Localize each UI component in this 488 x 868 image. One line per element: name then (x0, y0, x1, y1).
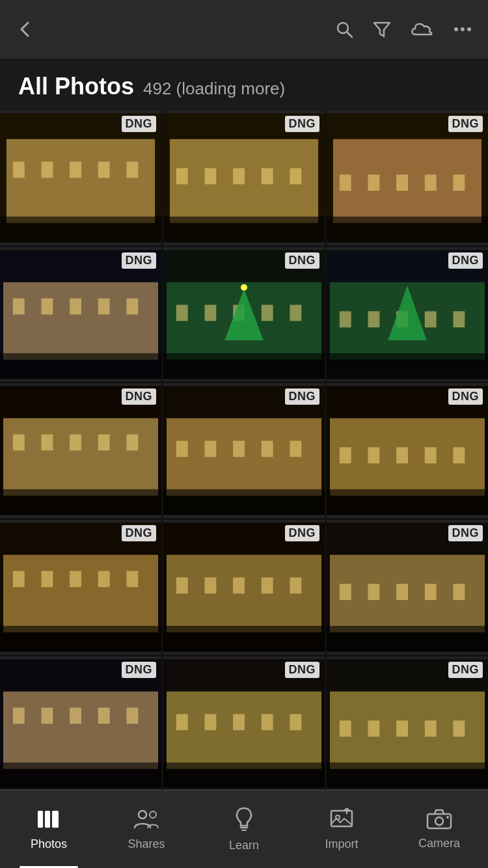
nav-camera[interactable]: Camera (390, 791, 488, 868)
svg-rect-82 (3, 555, 158, 632)
svg-rect-84 (13, 571, 25, 587)
photo-grid-scroll: DNGDNGDNGDNGDNGDNGDNGDNGDNGDNGDNGDNGDNGD… (0, 111, 488, 794)
svg-rect-80 (453, 448, 465, 464)
svg-rect-24 (327, 217, 488, 243)
svg-rect-115 (163, 762, 325, 788)
dng-badge: DNG (122, 252, 157, 269)
svg-rect-100 (340, 584, 351, 600)
svg-rect-66 (167, 418, 321, 496)
svg-rect-51 (340, 311, 351, 327)
svg-point-4 (461, 27, 465, 31)
nav-learn[interactable]: Learn (195, 791, 293, 868)
more-button[interactable] (453, 26, 472, 33)
dng-badge: DNG (285, 252, 320, 269)
svg-rect-83 (0, 626, 161, 652)
svg-rect-108 (13, 707, 25, 724)
svg-rect-127 (425, 720, 437, 737)
svg-rect-102 (396, 584, 408, 600)
svg-rect-91 (163, 626, 325, 652)
svg-rect-27 (396, 174, 408, 191)
svg-rect-13 (126, 162, 138, 178)
top-bar-left (16, 20, 34, 38)
svg-rect-124 (340, 720, 351, 737)
svg-rect-50 (327, 353, 488, 379)
svg-rect-33 (13, 298, 25, 314)
svg-rect-9 (13, 162, 25, 178)
svg-rect-35 (70, 298, 81, 314)
svg-rect-75 (327, 489, 488, 515)
svg-rect-55 (453, 311, 465, 327)
svg-rect-99 (327, 626, 488, 652)
cloud-button[interactable] (410, 20, 435, 38)
photo-cell[interactable]: DNG (163, 657, 325, 791)
nav-photos[interactable]: Photos (0, 791, 98, 868)
svg-rect-154 (45, 811, 50, 828)
dng-badge: DNG (285, 525, 320, 541)
svg-rect-28 (425, 174, 437, 191)
nav-import[interactable]: Import (293, 791, 390, 868)
svg-rect-60 (13, 435, 25, 451)
svg-rect-19 (233, 168, 245, 184)
svg-rect-85 (41, 571, 53, 587)
photo-cell[interactable]: DNG (163, 111, 325, 245)
svg-rect-110 (70, 707, 81, 724)
svg-rect-64 (126, 435, 138, 451)
photo-cell[interactable]: DNG (327, 520, 488, 655)
photo-cell[interactable]: DNG (327, 657, 488, 791)
page-title: All Photos (18, 73, 134, 100)
svg-rect-76 (340, 448, 351, 464)
svg-rect-155 (52, 811, 59, 828)
svg-rect-26 (368, 174, 379, 191)
shares-icon (133, 808, 159, 834)
photo-cell[interactable]: DNG (163, 520, 325, 655)
dng-badge: DNG (448, 662, 483, 678)
svg-rect-104 (453, 584, 465, 600)
photo-cell[interactable]: DNG (327, 383, 488, 518)
svg-rect-88 (126, 571, 138, 587)
svg-rect-123 (327, 762, 488, 788)
photo-cell[interactable]: DNG (0, 383, 161, 518)
svg-rect-45 (290, 305, 301, 321)
svg-rect-70 (233, 441, 245, 457)
photo-cell[interactable]: DNG (163, 383, 325, 518)
svg-rect-7 (7, 139, 155, 223)
nav-learn-label: Learn (229, 839, 259, 852)
photo-cell[interactable]: DNG (0, 247, 161, 382)
photo-cell[interactable]: DNG (163, 247, 325, 382)
svg-rect-8 (0, 217, 161, 243)
svg-rect-63 (98, 435, 110, 451)
svg-rect-10 (41, 162, 53, 178)
filter-button[interactable] (372, 20, 392, 39)
dng-badge: DNG (448, 525, 483, 541)
dng-badge: DNG (122, 388, 157, 405)
dng-badge: DNG (448, 388, 483, 405)
svg-rect-107 (0, 762, 161, 788)
svg-rect-67 (163, 489, 325, 515)
nav-import-label: Import (325, 837, 358, 851)
photo-cell[interactable]: DNG (327, 111, 488, 245)
svg-rect-44 (262, 305, 273, 321)
photo-cell[interactable]: DNG (0, 111, 161, 245)
svg-point-157 (150, 811, 156, 818)
svg-rect-37 (126, 298, 138, 314)
svg-rect-21 (290, 168, 301, 184)
svg-rect-96 (290, 577, 301, 593)
photo-cell[interactable]: DNG (327, 247, 488, 382)
svg-rect-32 (0, 353, 161, 379)
photo-grid: DNGDNGDNGDNGDNGDNGDNGDNGDNGDNGDNGDNGDNGD… (0, 111, 488, 794)
svg-rect-153 (38, 811, 43, 828)
svg-point-3 (454, 27, 458, 31)
photo-cell[interactable]: DNG (0, 657, 161, 791)
bottom-nav: Photos Shares Learn (0, 790, 488, 868)
svg-rect-94 (233, 577, 245, 593)
back-button[interactable] (16, 20, 34, 38)
photo-cell[interactable]: DNG (0, 520, 161, 655)
svg-rect-18 (204, 168, 216, 184)
svg-rect-25 (340, 174, 351, 191)
nav-shares[interactable]: Shares (98, 791, 195, 868)
header: All Photos 492 (loading more) (0, 59, 488, 111)
svg-rect-61 (41, 435, 53, 451)
search-button[interactable] (334, 20, 354, 39)
svg-rect-77 (368, 448, 379, 464)
svg-rect-118 (233, 714, 245, 730)
